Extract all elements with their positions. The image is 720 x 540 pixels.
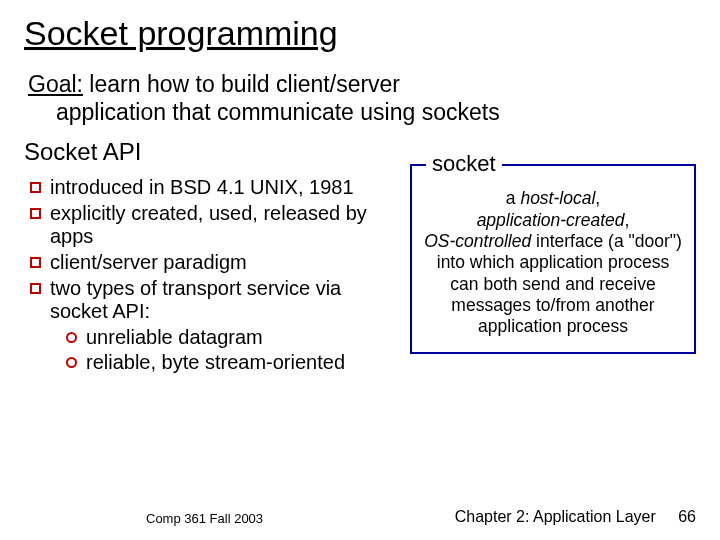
list-item: reliable, byte stream-oriented — [66, 351, 374, 375]
list-item: introduced in BSD 4.1 UNIX, 1981 — [30, 176, 374, 200]
socket-box-label: socket — [426, 151, 502, 177]
goal-label: Goal: — [28, 71, 83, 97]
bullet-list: introduced in BSD 4.1 UNIX, 1981 explici… — [24, 176, 374, 375]
socket-em: application-created — [477, 210, 625, 230]
sub-bullet-text: unreliable datagram — [86, 326, 263, 348]
list-item: two types of transport service via socke… — [30, 277, 374, 375]
page-number: 66 — [678, 508, 696, 526]
sub-bullet-text: reliable, byte stream-oriented — [86, 351, 345, 373]
socket-definition-box: socket a host-local, application-created… — [410, 164, 696, 353]
socket-text: , — [625, 210, 630, 230]
socket-text: a — [506, 188, 521, 208]
socket-text: , — [595, 188, 600, 208]
bullet-text: two types of transport service via socke… — [50, 277, 341, 323]
goal-body-2: application that communicate using socke… — [28, 99, 500, 127]
bullet-text: client/server paradigm — [50, 251, 247, 273]
bullet-text: introduced in BSD 4.1 UNIX, 1981 — [50, 176, 354, 198]
footer-chapter: Chapter 2: Application Layer 66 — [455, 508, 696, 526]
footer-course: Comp 361 Fall 2003 — [146, 511, 263, 526]
footer-chapter-text: Chapter 2: Application Layer — [455, 508, 656, 525]
socket-em: host-local — [520, 188, 595, 208]
bullet-text: explicitly created, used, released by ap… — [50, 202, 367, 248]
list-item: unreliable datagram — [66, 326, 374, 350]
socket-box-body: a host-local, application-created, OS-co… — [422, 188, 684, 337]
circle-bullet-icon — [66, 332, 77, 343]
socket-em: OS-controlled — [424, 231, 531, 251]
goal-text: Goal: learn how to build client/server a… — [24, 71, 696, 126]
sub-bullet-list: unreliable datagram reliable, byte strea… — [50, 326, 374, 375]
square-bullet-icon — [30, 257, 41, 268]
api-heading: Socket API — [24, 138, 374, 166]
square-bullet-icon — [30, 283, 41, 294]
square-bullet-icon — [30, 208, 41, 219]
goal-body-1: learn how to build client/server — [83, 71, 400, 97]
square-bullet-icon — [30, 182, 41, 193]
circle-bullet-icon — [66, 357, 77, 368]
list-item: client/server paradigm — [30, 251, 374, 275]
list-item: explicitly created, used, released by ap… — [30, 202, 374, 249]
slide-title: Socket programming — [24, 14, 696, 53]
